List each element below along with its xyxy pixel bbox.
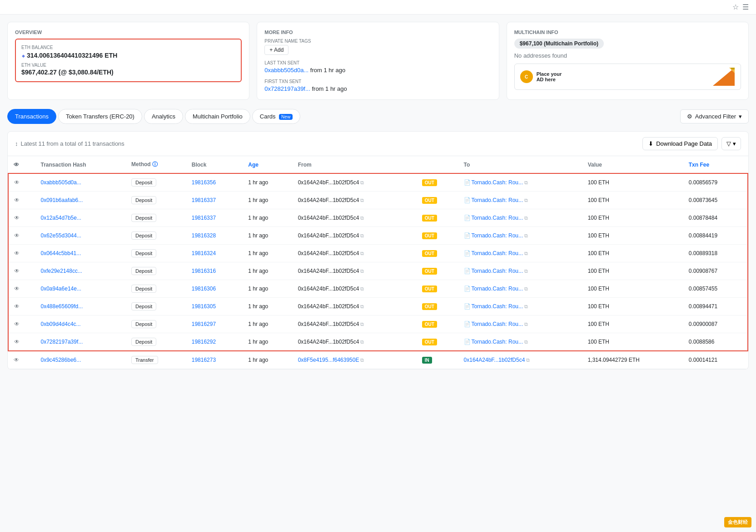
col-value: Value [582,156,683,173]
tornado-icon: 📄 [464,268,471,274]
to-address[interactable]: 0x164A24bF...1b02fD5c4 [464,357,525,363]
tab-token-transfers[interactable]: Token Transfers (ERC-20) [58,109,142,124]
tx-hash-link[interactable]: 0x9c45286be6... [41,357,81,363]
from-address: 0x164A24bF...1b02fD5c4 [298,197,359,203]
row-eye-icon[interactable]: 👁 [14,232,20,239]
row-eye-icon[interactable]: 👁 [14,286,20,292]
copy-to-icon[interactable]: ⧉ [524,339,528,345]
copy-to-icon[interactable]: ⧉ [524,321,528,327]
copy-from-icon[interactable]: ⧉ [360,304,364,309]
copy-to-icon[interactable]: ⧉ [524,197,528,203]
tx-hash-link[interactable]: 0xabbb505d0a... [41,179,81,186]
copy-to-icon[interactable]: ⧉ [524,304,528,309]
to-address[interactable]: Tornado.Cash: Rou... [472,286,523,292]
to-address[interactable]: Tornado.Cash: Rou... [472,303,523,310]
row-eye-icon[interactable]: 👁 [14,339,20,345]
copy-to-icon[interactable]: ⧉ [524,251,528,256]
direction-badge: OUT [422,179,437,186]
row-eye-icon[interactable]: 👁 [14,321,20,327]
first-txn-hash[interactable]: 0x7282197a39f... [264,85,310,92]
age-cell: 1 hr ago [243,280,292,298]
to-address[interactable]: Tornado.Cash: Rou... [472,215,523,221]
advanced-filter-button[interactable]: ⚙ Advanced Filter ▾ [680,109,749,123]
last-txn-hash[interactable]: 0xabbb505d0a... [264,67,308,74]
download-label: Download Page Data [656,140,712,147]
download-page-data-button[interactable]: ⬇ Download Page Data [642,137,718,150]
copy-from-icon[interactable]: ⧉ [360,215,364,221]
row-eye-icon[interactable]: 👁 [14,357,19,363]
block-link[interactable]: 19816273 [192,357,216,363]
to-address[interactable]: Tornado.Cash: Rou... [472,179,523,186]
to-address[interactable]: Tornado.Cash: Rou... [472,197,523,203]
tx-hash-link[interactable]: 0x0644c5bb41... [41,250,81,256]
tx-hash-link[interactable]: 0xfe29e2148cc... [41,268,82,274]
copy-from-icon[interactable]: ⧉ [360,339,364,345]
table-row: 👁 0x62e55d3044... Deposit 19816328 1 hr … [8,227,748,245]
block-link[interactable]: 19816292 [192,339,216,345]
copy-to-icon[interactable]: ⧉ [524,180,528,185]
method-badge: Deposit [131,232,156,240]
tab-analytics[interactable]: Analytics [144,109,183,124]
tx-hash-link[interactable]: 0x62e55d3044... [41,232,81,239]
to-address[interactable]: Tornado.Cash: Rou... [472,232,523,239]
tx-hash-link[interactable]: 0x488e65609fd... [41,303,83,310]
row-eye-icon[interactable]: 👁 [14,215,20,221]
column-filter-button[interactable]: ▽ ▾ [721,137,741,150]
fee-cell: 0.00900087 [683,315,748,333]
block-link[interactable]: 19816328 [192,232,216,239]
row-eye-icon[interactable]: 👁 [14,268,20,274]
tx-hash-link[interactable]: 0xb09d4d4c4c... [41,321,81,327]
multichain-badge[interactable]: $967,100 (Multichain Portfolio) [514,39,604,49]
table-row: 👁 0x091b6aafab6... Deposit 19816337 1 hr… [8,192,748,209]
method-info-icon[interactable]: ⓘ [152,161,158,167]
row-eye-icon[interactable]: 👁 [14,179,20,186]
from-address[interactable]: 0x8F5e4195...f6463950E [298,357,359,363]
tab-transactions[interactable]: Transactions [7,109,56,124]
copy-from-icon[interactable]: ⧉ [360,251,364,256]
method-badge: Deposit [131,178,156,187]
row-eye-icon[interactable]: 👁 [14,303,20,310]
copy-from-icon[interactable]: ⧉ [360,321,364,327]
to-address[interactable]: Tornado.Cash: Rou... [472,268,523,274]
tx-hash-link[interactable]: 0x7282197a39f... [41,339,83,345]
more-info-title: More Info [264,30,491,35]
block-link[interactable]: 19816356 [192,179,216,186]
block-link[interactable]: 19816297 [192,321,216,327]
menu-icon[interactable]: ☰ [742,3,749,11]
to-address[interactable]: Tornado.Cash: Rou... [472,321,523,327]
copy-from-icon[interactable]: ⧉ [360,286,364,291]
star-icon[interactable]: ☆ [732,3,739,11]
copy-from-icon[interactable]: ⧉ [360,233,364,238]
to-address[interactable]: Tornado.Cash: Rou... [472,250,523,256]
copy-to-icon[interactable]: ⧉ [526,357,530,363]
block-link[interactable]: 19816316 [192,268,216,274]
add-tag-button[interactable]: + Add [264,45,288,55]
copy-from-icon[interactable]: ⧉ [360,180,364,185]
block-link[interactable]: 19816337 [192,197,216,203]
copy-from-icon[interactable]: ⧉ [360,268,364,274]
block-link[interactable]: 19816324 [192,250,216,256]
block-link[interactable]: 19816337 [192,215,216,221]
row-eye-icon[interactable]: 👁 [14,197,20,203]
block-link[interactable]: 19816305 [192,303,216,310]
tab-cards[interactable]: Cards New [252,109,300,124]
direction-badge: IN [422,357,432,364]
direction-badge: OUT [422,268,437,275]
tx-hash-link[interactable]: 0x12a54d7b5e... [41,215,81,221]
from-address: 0x164A24bF...1b02fD5c4 [298,179,359,186]
last-txn-sent-label: LAST TXN SENT [264,60,491,65]
direction-badge: OUT [422,215,437,222]
block-link[interactable]: 19816306 [192,286,216,292]
tx-hash-link[interactable]: 0x091b6aafab6... [41,197,83,203]
copy-to-icon[interactable]: ⧉ [524,215,528,221]
tx-hash-link[interactable]: 0x0a94a6e14e... [41,286,81,292]
chevron-down-icon: ▾ [739,113,742,120]
tab-multichain-portfolio[interactable]: Multichain Portfolio [185,109,250,124]
copy-to-icon[interactable]: ⧉ [524,268,528,274]
row-eye-icon[interactable]: 👁 [14,250,20,256]
copy-from-icon[interactable]: ⧉ [360,357,364,363]
copy-to-icon[interactable]: ⧉ [524,286,528,291]
to-address[interactable]: Tornado.Cash: Rou... [472,339,523,345]
copy-from-icon[interactable]: ⧉ [360,197,364,203]
copy-to-icon[interactable]: ⧉ [524,233,528,238]
